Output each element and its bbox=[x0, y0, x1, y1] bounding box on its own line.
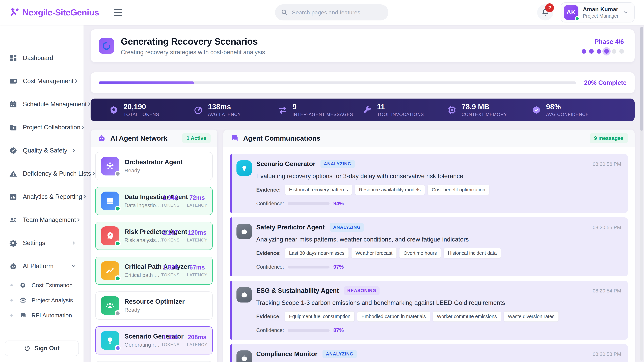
agent-tokens-value: 1,829 bbox=[161, 264, 180, 271]
chevron-right-icon bbox=[82, 194, 87, 199]
message-timestamp: 08:20:55 PM bbox=[593, 225, 621, 230]
confidence-value: 97% bbox=[333, 264, 344, 270]
tools-logo-icon bbox=[10, 7, 19, 17]
sidebar-item-project-collaboration[interactable]: Project Collaboration bbox=[0, 116, 84, 139]
sidebar-item-ai-platform[interactable]: AI Platform bbox=[0, 255, 84, 278]
robot-icon bbox=[236, 224, 252, 239]
search-icon bbox=[281, 9, 288, 16]
agent-card[interactable]: Orchestrator Agent Ready bbox=[95, 152, 213, 180]
notification-count-badge: 2 bbox=[545, 3, 554, 12]
stat-avg-confidence: 98%AVG CONFIDENCE bbox=[532, 103, 616, 117]
message-agent-name: Compliance Monitor bbox=[256, 351, 318, 358]
main-content: Generating Recovery Scenarios Creating r… bbox=[84, 25, 644, 362]
message-status-badge: ANALYZING bbox=[322, 350, 357, 358]
evidence-chip: Worker commute emissions bbox=[433, 311, 501, 322]
sidebar-item-cost-management[interactable]: Cost Management bbox=[0, 69, 84, 93]
agent-name: Scenario Generator bbox=[124, 333, 161, 340]
chat-icon bbox=[230, 134, 239, 143]
agent-tokens-value: 2,187 bbox=[161, 229, 180, 236]
evidence-label: Evidence: bbox=[256, 187, 281, 193]
agent-card[interactable]: Resource Optimizer Ready bbox=[95, 292, 213, 320]
agent-status-text: Critical path analysis co... bbox=[124, 272, 161, 278]
panel-title: AI Agent Network bbox=[110, 134, 182, 142]
stat-tool-invocations: 11TOOL INVOCATIONS bbox=[362, 103, 447, 117]
agent-status-dot bbox=[115, 275, 121, 281]
token-icon bbox=[109, 105, 118, 115]
scrollbar-thumb[interactable] bbox=[640, 27, 643, 131]
phase-dot bbox=[582, 49, 586, 54]
agent-tokens-value: 1,946 bbox=[161, 194, 180, 201]
chevron-right-icon bbox=[87, 102, 92, 107]
message-status-badge: REASONING bbox=[344, 286, 380, 295]
cpu-icon bbox=[447, 105, 456, 115]
agent-name: Risk Predictor Agent bbox=[124, 228, 161, 236]
chevron-right-icon bbox=[76, 217, 81, 222]
server-icon bbox=[100, 192, 120, 210]
progress-percent-label: 20% Complete bbox=[584, 79, 626, 86]
sidebar-item-settings[interactable]: Settings bbox=[0, 231, 84, 255]
agent-status-dot bbox=[115, 345, 121, 351]
stat-context-memory: 78.9 MBCONTEXT MEMORY bbox=[447, 103, 532, 117]
agent-status-dot bbox=[115, 171, 121, 177]
phase-dot bbox=[597, 49, 601, 54]
evidence-chip: Waste diversion rates bbox=[504, 311, 559, 322]
sign-out-button[interactable]: Sign Out bbox=[5, 341, 79, 356]
agent-tokens-label: TOKENS bbox=[161, 342, 180, 347]
phase-dot bbox=[619, 49, 624, 54]
message-agent-name: ESG & Sustainability Agent bbox=[256, 287, 339, 294]
confidence-value: 94% bbox=[333, 201, 344, 207]
lightbulb-icon bbox=[236, 160, 252, 176]
sidebar-item-dashboard[interactable]: Dashboard bbox=[0, 46, 84, 69]
evidence-label: Evidence: bbox=[256, 250, 281, 256]
agent-card[interactable]: Scenario Generator Generating recovery s… bbox=[95, 326, 213, 355]
hamburger-menu-button[interactable] bbox=[114, 7, 125, 18]
brain-gear-icon bbox=[20, 282, 26, 289]
user-menu[interactable]: AK Aman Kumar Project Manager bbox=[561, 2, 634, 22]
evidence-chip: Weather forecast bbox=[351, 248, 397, 258]
confidence-bar bbox=[288, 202, 330, 205]
agent-status-text: Generating recovery stra... bbox=[124, 342, 161, 348]
evidence-row: Evidence:Historical recovery patternsRes… bbox=[256, 185, 621, 195]
workflow-title: Generating Recovery Scenarios bbox=[121, 36, 582, 47]
sidebar-item-quality-safety[interactable]: Quality & Safety bbox=[0, 139, 84, 162]
sidebar-item-deficiency-punch-lists[interactable]: Deficiency & Punch Lists bbox=[0, 162, 84, 185]
message-card: Safety Predictor Agent ANALYZING 08:20:5… bbox=[230, 217, 628, 276]
sidebar-item-team-management[interactable]: Team Management bbox=[0, 208, 84, 231]
active-count-badge: 1 Active bbox=[182, 133, 211, 143]
global-search bbox=[275, 4, 388, 20]
chevron-right-icon bbox=[80, 125, 85, 130]
agent-card[interactable]: Risk Predictor Agent Risk analysis compl… bbox=[95, 222, 213, 250]
agent-status-dot bbox=[115, 310, 121, 316]
agent-card[interactable]: Monte Carlo Engine Ready bbox=[95, 361, 213, 362]
evidence-chip: Overtime hours bbox=[399, 248, 441, 258]
agent-card[interactable]: Critical Path Analyzer Critical path ana… bbox=[95, 257, 213, 285]
bullet-dot bbox=[10, 299, 13, 302]
sidebar-item-schedule-management[interactable]: Schedule Management bbox=[0, 93, 84, 116]
agent-tokens-label: TOKENS bbox=[161, 272, 180, 278]
badge-check-icon bbox=[9, 146, 18, 155]
message-status-badge: ANALYZING bbox=[330, 223, 364, 232]
agent-latency-label: LATENCY bbox=[187, 238, 208, 243]
message-text: Evaluating recovery options for 3-day de… bbox=[256, 173, 621, 180]
confidence-row: Confidence: 87% bbox=[256, 327, 621, 333]
phase-dot bbox=[589, 49, 594, 54]
progress-fill bbox=[98, 81, 194, 84]
agent-communications-panel: Agent Communications 9 messages Scenario… bbox=[224, 130, 634, 362]
sidebar-subitem-project-analysis[interactable]: Project Analysis bbox=[0, 293, 84, 308]
agent-card[interactable]: Data Ingestion Agent Data ingestion comp… bbox=[95, 187, 213, 215]
agent-latency-value: 208ms bbox=[187, 334, 208, 341]
agent-latency-label: LATENCY bbox=[187, 272, 208, 278]
agent-status-dot bbox=[115, 206, 121, 212]
search-input[interactable] bbox=[292, 9, 382, 16]
chevron-right-icon bbox=[91, 171, 96, 176]
evidence-chip: Last 30 days near-misses bbox=[285, 248, 348, 258]
sidebar-item-analytics-reporting[interactable]: Analytics & Reporting bbox=[0, 185, 84, 208]
team-icon bbox=[100, 296, 120, 315]
confidence-label: Confidence: bbox=[256, 201, 284, 207]
notifications-button[interactable]: 2 bbox=[537, 4, 553, 20]
page-scrollbar[interactable] bbox=[640, 27, 643, 361]
sidebar-subitem-rfi-automation[interactable]: RFI Automation bbox=[0, 308, 84, 323]
sidebar-subitem-cost-estimation[interactable]: Cost Estimation bbox=[0, 278, 84, 293]
app-logo[interactable]: Nexgile-SiteGenius bbox=[10, 7, 99, 17]
lightbulb-icon bbox=[100, 331, 120, 350]
